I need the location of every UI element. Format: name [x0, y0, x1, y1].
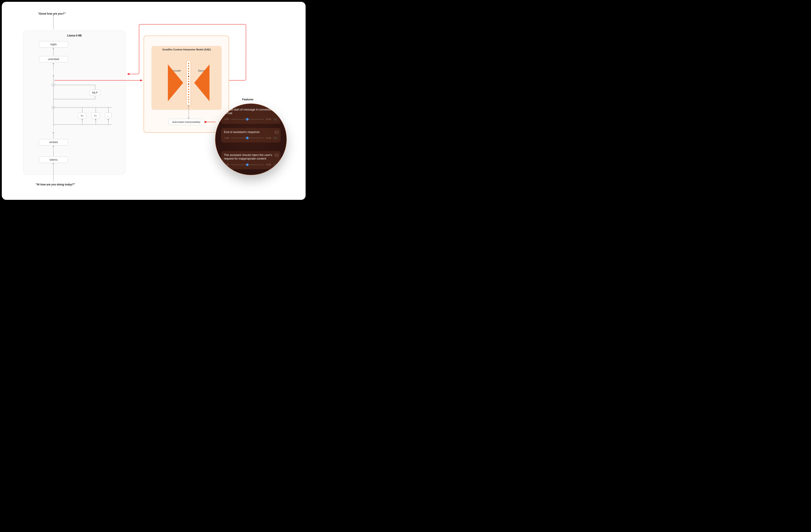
residual-add-2 [52, 106, 55, 109]
slider-max-label: +1.0x [265, 163, 271, 166]
slider-min-label: -1.0x [224, 163, 229, 166]
slider-track[interactable] [231, 164, 264, 165]
h0-box: h0 [78, 112, 87, 119]
feature-title: End of assistant's response [224, 130, 278, 134]
slider-min-label: -1.0x [224, 137, 229, 139]
decoder-triangle [194, 64, 210, 101]
slider-pill[interactable]: – [273, 118, 278, 121]
slider-max-label: +1.0x [265, 137, 271, 139]
slider-track[interactable] [231, 137, 264, 138]
feature-dot [188, 91, 189, 92]
h1-label: h [94, 114, 96, 117]
feature-dot [188, 78, 189, 80]
slider-max-label: +1.0x [265, 118, 271, 120]
slider-thumb[interactable] [246, 163, 249, 166]
features-heading: Features [242, 98, 254, 101]
h0-label: h [81, 114, 82, 117]
feature-dots-column [186, 60, 191, 105]
input-text: "Hi how are you doing today?" [35, 183, 75, 186]
feature-dot [188, 96, 189, 98]
feature-dot-active [188, 83, 189, 85]
h0-rise [82, 120, 82, 124]
feature-slider[interactable]: -1.0x +1.0x – [224, 136, 278, 140]
feature-dot [188, 102, 189, 103]
diagram-canvas: "Good how are you?" "Hi how are you doin… [2, 2, 306, 200]
arrow-to-autoint [188, 106, 189, 118]
mlp-out-line [55, 85, 95, 85]
feature-dot [188, 65, 189, 66]
feature-card[interactable]: ...ne at start of message in conversatio… [221, 104, 280, 124]
feature-card[interactable]: The assistant should reject the user's r… [221, 151, 280, 169]
h0-sub: 0 [82, 115, 83, 117]
features-viewport: ...ne at start of message in conversatio… [215, 104, 287, 175]
logits-box: logits [39, 41, 68, 47]
attn-out-line [55, 107, 112, 108]
model-title: Llama-3-8B [24, 34, 125, 37]
slider-pill[interactable]: – [273, 136, 278, 140]
feature-dot [188, 86, 189, 87]
slider-pill[interactable]: – [273, 163, 278, 167]
h1-box: h1 [91, 112, 100, 119]
feature-dot [188, 71, 189, 72]
h0-drop [82, 107, 82, 112]
mlp-box: MLP [89, 90, 101, 96]
feature-dot [188, 68, 189, 69]
book-icon[interactable] [275, 154, 278, 157]
output-text: "Good how are you?" [38, 12, 65, 15]
feature-title: ...ne at start of message in conversatio… [224, 108, 278, 115]
feature-dot-active [188, 76, 189, 77]
slider-min-label: -1.0x [224, 118, 229, 120]
h-more-box: ... [105, 112, 112, 119]
feature-dot [188, 73, 189, 75]
automated-interpretability-box: Automated Interpretability [168, 119, 204, 125]
book-icon[interactable] [275, 105, 278, 108]
h1-sub: 1 [96, 115, 97, 117]
feature-dot [188, 81, 189, 82]
attn-in-line [53, 124, 112, 125]
model-panel: Llama-3-8B [23, 31, 125, 174]
feature-dot [188, 63, 189, 64]
residual-add-1 [52, 83, 55, 87]
book-icon[interactable] [275, 131, 278, 134]
feature-dot [188, 94, 189, 95]
feature-slider[interactable]: -1.0x +1.0x – [224, 163, 278, 167]
tokens-box: tokens [39, 157, 68, 163]
embed-box: embed [39, 139, 68, 146]
encoder-triangle [168, 64, 183, 101]
feature-slider[interactable]: -1.0x +1.0x – [224, 118, 278, 121]
feature-title: The assistant should reject the user's r… [224, 153, 278, 161]
feature-dot [188, 89, 189, 90]
slider-track[interactable] [231, 119, 264, 120]
slider-thumb[interactable] [246, 137, 249, 139]
slider-thumb[interactable] [246, 118, 249, 121]
unembed-box: unembed [39, 56, 68, 62]
sae-title: Goodfire Custom Interpreter Model (SAE) [151, 48, 221, 51]
feature-dot [188, 99, 189, 101]
feature-card[interactable]: End of assistant's response -1.0x +1.0x … [221, 128, 280, 142]
